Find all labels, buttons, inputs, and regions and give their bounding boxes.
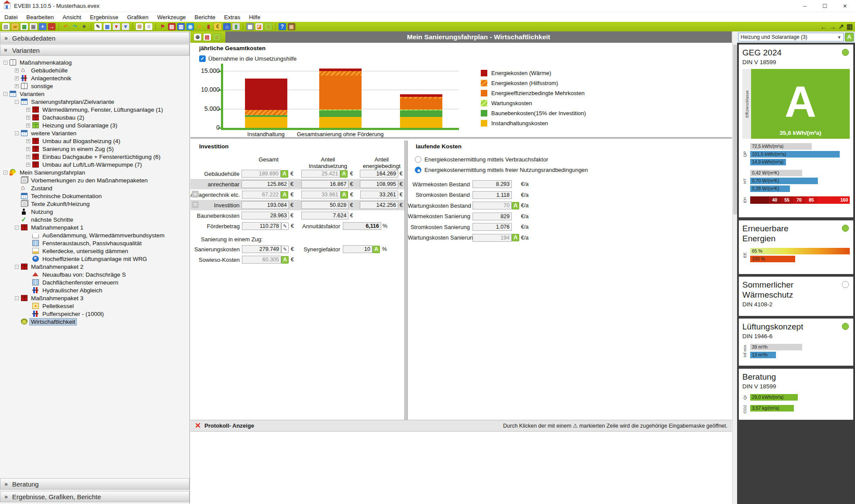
redo-icon[interactable]: ↷ bbox=[71, 23, 79, 30]
tree-item[interactable]: Neuaufbau von: Dachschräge S bbox=[0, 271, 190, 278]
collapse-icon[interactable]: - bbox=[15, 100, 19, 104]
tree-item[interactable]: Wirtschaftlichkeit bbox=[0, 318, 190, 326]
collapse-icon[interactable]: - bbox=[15, 131, 19, 135]
tree-item[interactable]: +Gebäudehülle bbox=[0, 66, 190, 74]
house-icon[interactable]: ⌂ bbox=[223, 23, 231, 30]
tree-item[interactable]: Vorbemerkungen zu den Maßnahmepaketen bbox=[0, 176, 190, 184]
tree-item[interactable]: -weitere Varianten bbox=[0, 129, 190, 137]
value-field[interactable]: 33.261 bbox=[360, 191, 398, 199]
expand-icon[interactable]: + bbox=[26, 147, 30, 151]
variante-dropdown[interactable]: Heizung und Solaranlage (3) ▼ bbox=[738, 33, 844, 41]
globe-icon[interactable]: ◉ bbox=[186, 23, 194, 30]
save-icon[interactable]: ▦ bbox=[21, 23, 28, 30]
expand-icon[interactable]: + bbox=[26, 163, 30, 167]
wand-icon[interactable]: ✶ bbox=[80, 23, 88, 30]
menu-datei[interactable]: Datei bbox=[0, 12, 22, 22]
panel-header-beratung[interactable]: » Beratung bbox=[0, 478, 190, 490]
value-field[interactable]: 193.084 bbox=[241, 201, 289, 209]
menu-bearbeiten[interactable]: Bearbeiten bbox=[22, 12, 58, 22]
doc-red-icon[interactable]: ▤ bbox=[168, 23, 176, 30]
collapse-icon[interactable]: - bbox=[15, 296, 19, 300]
expand-icon[interactable]: + bbox=[15, 69, 19, 72]
detach-window-icon[interactable]: ↗ bbox=[838, 23, 844, 31]
chart-blue-icon[interactable]: ▼ bbox=[122, 23, 129, 30]
tree-item[interactable]: Fensteraustausch, Passivhausqualität bbox=[0, 239, 190, 247]
uebernahme-checkbox[interactable]: ✓ bbox=[199, 55, 206, 62]
auto-mode-button[interactable]: A bbox=[845, 33, 854, 41]
tree-item[interactable]: Hocheffiziente Lüftungsanlage mit WRG bbox=[0, 255, 190, 263]
tree-item[interactable]: +Umbau auf Luft/Luft-Wärmepumpe (7) bbox=[0, 161, 190, 168]
table-doc-icon[interactable]: ▦ bbox=[103, 23, 111, 30]
logo-icon[interactable]: ⌂ bbox=[265, 23, 272, 30]
fahrplan-logo-icon[interactable]: ⌂ bbox=[213, 34, 221, 41]
menu-hilfe[interactable]: Hilfe bbox=[245, 12, 265, 22]
sowieso-value[interactable]: 60.305 bbox=[242, 256, 281, 264]
menu-werkzeuge[interactable]: Werkzeuge bbox=[153, 12, 190, 22]
expand-icon[interactable]: + bbox=[26, 139, 30, 143]
save-all-icon[interactable]: ▣ bbox=[30, 23, 37, 30]
value-field[interactable]: 829 bbox=[472, 213, 512, 220]
tree-item[interactable]: +Sanierung in einem Zug (5) bbox=[0, 145, 190, 153]
tree-item[interactable]: Technische Dokumentation bbox=[0, 192, 190, 200]
tree-item[interactable]: +Anlagentechnik bbox=[0, 74, 190, 82]
thermometer-icon[interactable]: ▮ bbox=[205, 23, 212, 30]
value-field[interactable]: 67.222 bbox=[242, 191, 281, 199]
collapse-icon[interactable]: - bbox=[15, 226, 19, 230]
chart-red-icon[interactable]: ▼ bbox=[113, 23, 120, 30]
list-icon[interactable]: ≡ bbox=[145, 23, 152, 30]
collapse-icon[interactable]: - bbox=[3, 61, 7, 65]
annuitaet-value[interactable]: 6,116 bbox=[343, 222, 381, 230]
sanierungskosten-input[interactable]: 279.749 bbox=[242, 245, 281, 253]
panel-header-ergebnisse[interactable]: » Ergebnisse, Grafiken, Berichte bbox=[0, 491, 190, 502]
expand-icon[interactable]: + bbox=[26, 108, 30, 112]
back-icon[interactable]: ← bbox=[820, 23, 827, 31]
menu-ansicht[interactable]: Ansicht bbox=[58, 12, 86, 22]
tree-item[interactable]: nächste Schritte bbox=[0, 216, 190, 223]
radio-option[interactable]: Energiekostenermittlung mittels Verbrauc… bbox=[415, 156, 548, 163]
tree-item[interactable]: -Mein Sanierungsfahrplan bbox=[0, 168, 190, 176]
tree-item[interactable]: -Maßnahmenpaket 3 bbox=[0, 294, 190, 302]
tree-item[interactable]: +Heizung und Solaranlage (3) bbox=[0, 121, 190, 129]
expand-icon[interactable]: + bbox=[26, 155, 30, 159]
value-field[interactable]: 189.690 bbox=[241, 170, 281, 178]
help-icon[interactable]: ? bbox=[279, 23, 286, 30]
value-field[interactable]: 25.421 bbox=[301, 170, 341, 178]
tree-item[interactable]: -Maßnahmenkatalog bbox=[0, 58, 190, 66]
minimize-button[interactable]: ─ bbox=[795, 0, 815, 12]
expand-icon[interactable]: + bbox=[15, 76, 19, 80]
stats-icon[interactable]: ▮ bbox=[232, 23, 240, 30]
collapse-icon[interactable]: - bbox=[15, 265, 19, 269]
tree-item[interactable]: Pufferspeicher - (1000l) bbox=[0, 310, 190, 318]
tree-item[interactable]: -Varianten bbox=[0, 90, 190, 98]
foerderbetrag-input[interactable]: 110.278 bbox=[242, 222, 281, 230]
menu-berichte[interactable]: Berichte bbox=[190, 12, 220, 22]
tree-item[interactable]: +Wärmedämmung, Fenster, Lüftungsanlage (… bbox=[0, 106, 190, 113]
value-field[interactable]: 194 bbox=[472, 234, 512, 242]
hierarchy-icon[interactable]: ⊞ bbox=[136, 23, 143, 30]
vertical-scrollbar[interactable] bbox=[732, 31, 737, 504]
radio-selected-icon[interactable] bbox=[415, 167, 421, 173]
edit-pencil-icon[interactable]: ✎ bbox=[281, 223, 289, 230]
value-field[interactable]: 50.828 bbox=[301, 201, 348, 209]
tree-item[interactable]: Texte Zukunft/Heizung bbox=[0, 200, 190, 208]
menu-extras[interactable]: Extras bbox=[220, 12, 245, 22]
value-field[interactable]: 16.867 bbox=[301, 180, 348, 188]
tree-item[interactable]: Außendämmung, Wärmedämmverbundsystem bbox=[0, 231, 190, 239]
tree-item[interactable]: Zustand bbox=[0, 184, 190, 192]
scrollbar-thumb[interactable] bbox=[733, 45, 737, 215]
value-field[interactable]: 1.076 bbox=[472, 223, 512, 231]
tree-item[interactable]: -Sanierungsfahrplan/Zielvariante bbox=[0, 98, 190, 106]
collapse-icon[interactable]: - bbox=[3, 171, 7, 175]
edit-pencil-icon[interactable]: ✎ bbox=[281, 246, 289, 253]
collapse-icon[interactable]: - bbox=[3, 92, 7, 96]
expand-icon[interactable]: + bbox=[15, 84, 19, 88]
value-field[interactable]: 33.961 bbox=[301, 191, 340, 199]
euro-icon[interactable]: € bbox=[214, 23, 221, 30]
value-field[interactable]: 1.118 bbox=[472, 191, 512, 199]
undo-icon[interactable]: ↶ bbox=[62, 23, 69, 30]
tree-item[interactable]: +Dachausbau (2) bbox=[0, 113, 190, 121]
tree-item[interactable]: +sonstige bbox=[0, 82, 190, 90]
new-file-icon[interactable]: ▤ bbox=[2, 23, 10, 30]
report-save-icon[interactable]: ▦ bbox=[246, 23, 254, 30]
tree-item[interactable]: Nutzung bbox=[0, 208, 190, 216]
